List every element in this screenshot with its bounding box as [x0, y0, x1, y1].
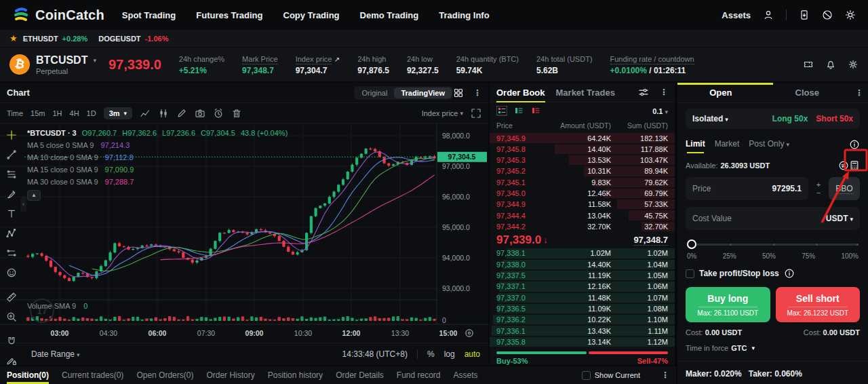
bid-row[interactable]: 97,338.11.02M1.02M [490, 248, 675, 258]
tool-textt-icon[interactable] [6, 208, 17, 219]
timeframe-1d[interactable]: 1D [87, 109, 96, 117]
tool-pencillock-icon[interactable] [6, 356, 17, 366]
sell-short-button[interactable]: Sell short Max: 26.1232 USDT [776, 287, 861, 322]
tab-order-book[interactable]: Order Book [496, 83, 545, 102]
order-type-info-icon[interactable] [849, 139, 860, 150]
tab-post-only[interactable]: Post Only▾ [749, 136, 789, 153]
screenshot-icon[interactable] [195, 108, 205, 119]
slider-thumb[interactable] [687, 239, 696, 249]
price-input[interactable]: Price 97295.1 [686, 177, 808, 200]
mode-tradingview[interactable]: TradingView [394, 88, 452, 98]
tool-magnet-icon[interactable] [6, 336, 17, 347]
slider-label-25[interactable]: 25% [723, 252, 736, 260]
bid-row[interactable]: 97,335.813.14K1.12M [490, 337, 675, 347]
bottom-tab-order-details[interactable]: Order Details [336, 367, 384, 384]
bottom-tab-assets[interactable]: Assets [454, 367, 478, 384]
tab-close[interactable]: Close [764, 83, 851, 102]
timeframe-selected[interactable]: 3m▾ [104, 107, 132, 119]
nav-item-futures-trading[interactable]: Futures Trading [196, 10, 262, 20]
ask-row[interactable]: 97,345.814.40K117.88K [490, 144, 675, 155]
price-value[interactable]: 97295.1 [772, 184, 802, 193]
profile-icon[interactable] [763, 9, 774, 20]
settings-icon[interactable] [848, 59, 859, 70]
bid-row[interactable]: 97,338.014.40K1.04M [490, 259, 675, 270]
layout-grid-icon[interactable] [453, 88, 464, 98]
app-download-icon[interactable] [799, 9, 810, 20]
ask-row[interactable]: 97,345.012.46K69.79K [490, 188, 675, 199]
timeframe-4h[interactable]: 4H [70, 109, 79, 117]
tab-market[interactable]: Market [715, 136, 740, 153]
tab-market-trades[interactable]: Market Trades [556, 83, 615, 102]
tool-smiley-icon[interactable] [6, 267, 17, 278]
tabbar-menu-icon[interactable]: ⋮ [661, 370, 669, 380]
tool-xabcd-icon[interactable] [6, 228, 17, 239]
panel-menu-icon[interactable]: ⋮ [850, 83, 868, 102]
buy-long-button[interactable]: Buy long Max: 26.1100 USDT [686, 287, 770, 322]
bottom-tab-fund-record[interactable]: Fund record [397, 367, 441, 384]
price-increment-button[interactable]: + [812, 181, 825, 188]
tool-fib-icon[interactable] [6, 169, 17, 180]
tab-limit[interactable]: Limit [686, 136, 705, 153]
alerts-icon[interactable] [825, 59, 836, 70]
bottom-tab-order-history[interactable]: Order History [206, 367, 254, 384]
nav-item-trading-info[interactable]: Trading Info [439, 10, 489, 20]
fullscreen-icon[interactable] [471, 108, 481, 119]
slider-label-75[interactable]: 75% [802, 252, 815, 260]
bottom-tab-position-0-[interactable]: Position(0) [7, 367, 49, 384]
tpsl-info-icon[interactable] [784, 268, 795, 279]
pair-selector[interactable]: BTCUSDT▾ [36, 54, 96, 66]
bottom-tab-open-orders-0-[interactable]: Open Orders(0) [136, 367, 193, 384]
mode-original[interactable]: Original [355, 88, 395, 98]
log-scale-button[interactable]: log [444, 349, 455, 359]
bottom-tab-position-history[interactable]: Position history [268, 367, 323, 384]
theme-toggle-icon[interactable] [845, 9, 856, 20]
bid-row[interactable]: 97,336.113.43K1.11M [490, 325, 675, 336]
view-bids-icon[interactable] [513, 106, 524, 117]
price-decrement-button[interactable]: − [812, 189, 825, 196]
ask-row[interactable]: 97,344.232.70K32.70K [490, 221, 675, 232]
alert-clock-icon[interactable] [213, 108, 224, 119]
collapse-ma-button[interactable]: ▲ [27, 190, 41, 201]
chart-style-icon[interactable] [158, 108, 169, 119]
indicator-icon[interactable] [140, 108, 151, 119]
date-range-select[interactable]: Date Range▾ [31, 349, 80, 359]
orderbook-mid-row[interactable]: 97,339.0 ↓ 97,348.7 [490, 232, 675, 248]
language-icon[interactable] [822, 9, 833, 20]
tool-zoomin-icon[interactable] [6, 311, 17, 322]
ask-row[interactable]: 97,345.19.83K79.62K [490, 177, 675, 188]
auto-scale-button[interactable]: auto [465, 349, 480, 359]
slider-label-100[interactable]: 100% [841, 252, 859, 260]
nav-item-spot-trading[interactable]: Spot Trading [122, 10, 176, 20]
tool-forecast-icon[interactable] [6, 248, 17, 258]
coupon-icon[interactable] [803, 59, 814, 70]
orderbook-settings-icon[interactable] [638, 87, 649, 98]
ask-row[interactable]: 97,345.964.24K182.13K [490, 132, 675, 143]
orderbook-menu-icon[interactable]: ⋮ [660, 88, 668, 97]
favorite-pair-ethusdt[interactable]: ETHUSDT+0.28% [23, 35, 88, 43]
short-leverage[interactable]: Short 50x [816, 114, 853, 123]
star-icon[interactable]: ★ [9, 33, 18, 43]
timeframe-time[interactable]: Time [7, 109, 23, 117]
tool-crosshair-icon[interactable] [6, 130, 17, 140]
assets-menu[interactable]: Assets [722, 10, 751, 20]
bid-row[interactable]: 97,337.011.48K1.07M [490, 292, 675, 303]
amount-slider[interactable]: 0%25%50%75%100% [686, 239, 860, 260]
slider-label-50[interactable]: 50% [762, 252, 776, 260]
show-current-checkbox[interactable] [582, 371, 591, 380]
tab-open[interactable]: Open [677, 83, 764, 102]
bottom-tab-current-trades-0-[interactable]: Current trades(0) [62, 367, 123, 384]
slider-label-0[interactable]: 0% [687, 252, 696, 260]
bid-row[interactable]: 97,336.210.22K1.10M [490, 314, 675, 325]
precision-select[interactable]: 0.1▾ [652, 107, 668, 115]
tool-brush-icon[interactable] [6, 189, 17, 199]
price-mode-select[interactable]: Index price▾ [422, 109, 463, 117]
show-current-toggle[interactable]: Show Current [582, 371, 640, 380]
ask-row[interactable]: 97,344.911.58K57.33K [490, 199, 675, 210]
favorite-pair-dogeusdt[interactable]: DOGEUSDT-1.06% [98, 35, 168, 43]
nav-item-demo-trading[interactable]: Demo Trading [360, 10, 419, 20]
nav-item-copy-trading[interactable]: Copy Trading [283, 10, 340, 20]
ask-row[interactable]: 97,344.413.04K45.75K [490, 210, 675, 220]
currency-select[interactable]: USDT▾ [826, 214, 853, 223]
margin-mode-select[interactable]: Isolated▾ [692, 114, 728, 123]
cost-input[interactable]: Cost Value USDT▾ [686, 207, 860, 230]
